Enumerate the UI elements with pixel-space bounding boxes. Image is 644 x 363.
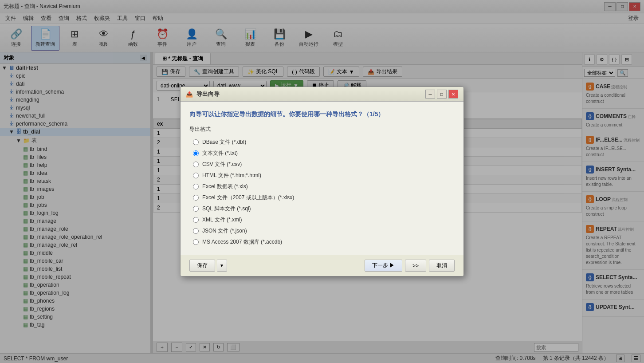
format-csv-label: CSV 文件 (*.csv) [202,161,242,168]
dialog-title-text: 导出向导 [196,90,220,98]
radio-txt[interactable] [193,150,199,156]
format-dbf[interactable]: DBase 文件 (*.dbf) [193,138,455,146]
radio-xls[interactable] [193,184,199,189]
format-accdb-label: MS Access 2007 数据库 (*.accdb) [202,238,282,246]
radio-xlsx[interactable] [193,195,199,201]
format-xlsx-label: Excel 文件（2007 或以上版本）(*.xlsx) [202,194,294,201]
radio-json[interactable] [193,228,199,234]
dialog-maximize-button[interactable]: □ [437,90,447,99]
format-radio-group: DBase 文件 (*.dbf) 文本文件 (*.txt) CSV 文件 (*.… [193,138,455,246]
radio-html[interactable] [193,173,199,178]
dialog-icon: 📤 [186,91,193,98]
format-json[interactable]: JSON 文件 (*.json) [193,227,455,235]
dialog-nav-buttons: 下一步 ▶ >> 取消 [365,260,455,272]
dialog-cancel-button[interactable]: 取消 [429,260,455,272]
radio-csv[interactable] [193,162,199,167]
export-dialog: 📤 导出向导 ─ □ ✕ 向导可以让你指定导出数据的细节。你要使用哪一种导出格式… [180,87,464,276]
format-html-label: HTML 文件 (*.htm;*.html) [202,172,261,179]
format-xls[interactable]: Excel 数据表 (*.xls) [193,183,455,190]
dialog-save-group: 保存 ▼ [189,260,227,272]
format-txt-label: 文本文件 (*.txt) [202,150,238,157]
radio-dbf[interactable] [193,139,199,145]
radio-xml[interactable] [193,217,199,223]
radio-sql[interactable] [193,206,199,212]
format-dbf-label: DBase 文件 (*.dbf) [202,138,246,146]
format-xlsx[interactable]: Excel 文件（2007 或以上版本）(*.xlsx) [193,194,455,201]
dialog-minimize-button[interactable]: ─ [425,90,435,99]
dialog-save-dropdown-button[interactable]: ▼ [217,260,227,272]
dialog-title-bar: 📤 导出向导 ─ □ ✕ [181,87,463,102]
format-accdb[interactable]: MS Access 2007 数据库 (*.accdb) [193,238,455,246]
format-xml[interactable]: XML 文件 (*.xml) [193,216,455,224]
format-csv[interactable]: CSV 文件 (*.csv) [193,161,455,168]
dialog-save-button[interactable]: 保存 [189,260,215,272]
dialog-heading: 向导可以让你指定导出数据的细节。你要使用哪一种导出格式？（1/5） [189,110,455,118]
format-sql-label: SQL 脚本文件 (*.sql) [202,205,251,213]
format-sql[interactable]: SQL 脚本文件 (*.sql) [193,205,455,213]
dialog-next-button[interactable]: 下一步 ▶ [365,260,402,272]
dialog-skip-button[interactable]: >> [405,260,426,272]
dialog-overlay: 📤 导出向导 ─ □ ✕ 向导可以让你指定导出数据的细节。你要使用哪一种导出格式… [0,0,644,363]
dialog-title: 📤 导出向导 [186,90,220,98]
dialog-close-buttons: ─ □ ✕ [425,90,458,99]
dialog-section-title: 导出格式 [189,126,455,133]
format-txt[interactable]: 文本文件 (*.txt) [193,150,455,157]
format-xml-label: XML 文件 (*.xml) [202,216,242,224]
dialog-body: 向导可以让你指定导出数据的细节。你要使用哪一种导出格式？（1/5） 导出格式 D… [181,102,463,255]
format-json-label: JSON 文件 (*.json) [202,227,247,235]
dialog-footer: 保存 ▼ 下一步 ▶ >> 取消 [181,255,463,276]
radio-accdb[interactable] [193,239,199,245]
format-html[interactable]: HTML 文件 (*.htm;*.html) [193,172,455,179]
dialog-close-button[interactable]: ✕ [448,90,458,99]
format-xls-label: Excel 数据表 (*.xls) [202,183,248,190]
